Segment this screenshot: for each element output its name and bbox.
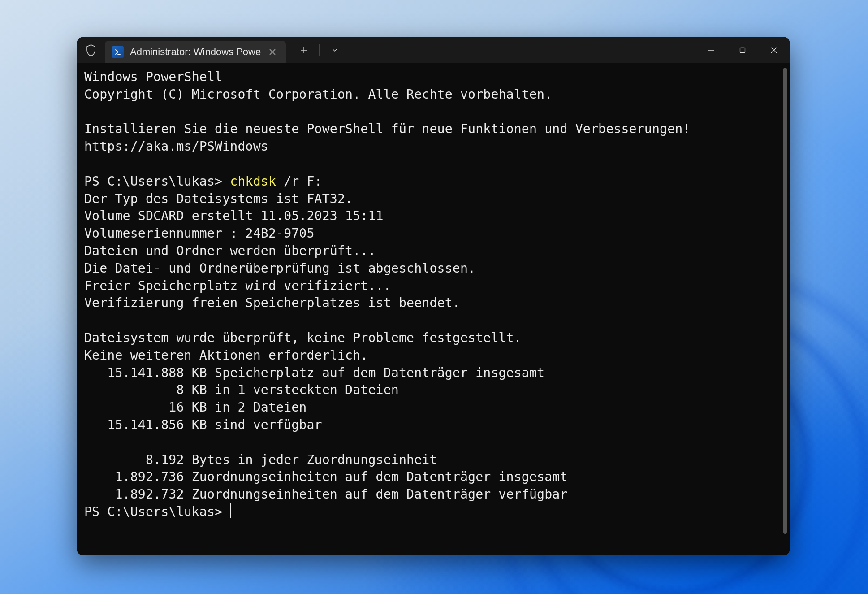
maximize-button[interactable]	[727, 37, 758, 63]
new-tab-button[interactable]	[294, 41, 314, 59]
svg-rect-0	[740, 48, 745, 53]
terminal-output: Windows PowerShell Copyright (C) Microso…	[84, 69, 782, 521]
titlebar-drag-area[interactable]	[345, 37, 695, 63]
title-bar[interactable]: Administrator: Windows Powe	[77, 37, 790, 63]
window-close-button[interactable]	[758, 37, 790, 63]
tab-dropdown-button[interactable]	[325, 41, 345, 59]
tab-bar-controls	[294, 37, 345, 63]
close-icon	[771, 47, 777, 53]
plus-icon	[300, 47, 307, 54]
tab-title: Administrator: Windows Powe	[130, 46, 261, 58]
terminal-pane[interactable]: Windows PowerShell Copyright (C) Microso…	[77, 63, 790, 555]
powershell-icon	[112, 46, 124, 58]
close-icon	[269, 49, 276, 55]
minimize-icon	[708, 47, 714, 53]
tab-close-button[interactable]	[267, 47, 278, 57]
active-tab[interactable]: Administrator: Windows Powe	[105, 41, 286, 63]
window-controls	[695, 37, 790, 63]
maximize-icon	[739, 47, 746, 53]
shield-icon	[86, 44, 96, 56]
elevation-shield	[77, 37, 105, 63]
tab-divider	[319, 44, 320, 56]
scrollbar-thumb[interactable]	[783, 68, 787, 534]
chevron-down-icon	[332, 48, 338, 52]
terminal-window: Administrator: Windows Powe	[77, 37, 790, 555]
minimize-button[interactable]	[695, 37, 727, 63]
